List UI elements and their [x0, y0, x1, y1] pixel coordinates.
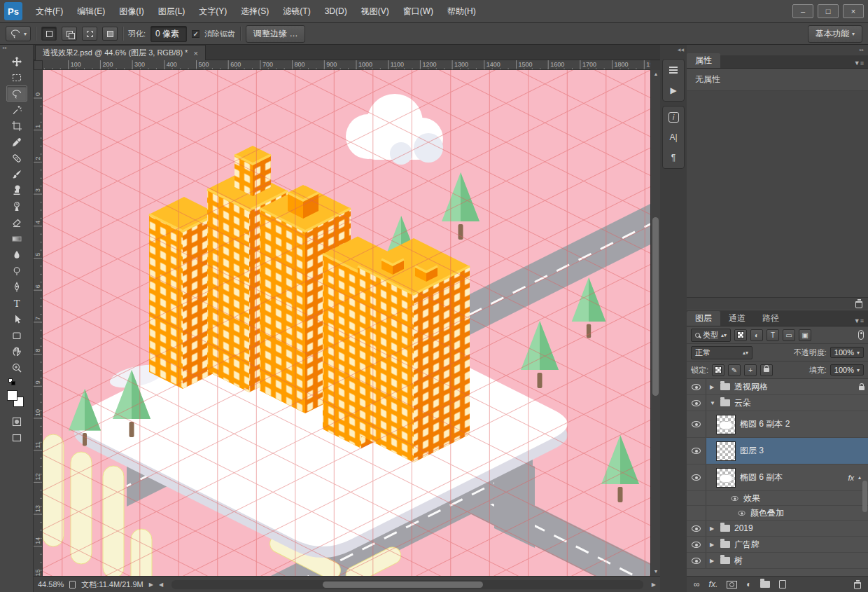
- scroll-down-icon[interactable]: ▼: [651, 567, 661, 576]
- rectangle-tool[interactable]: [6, 327, 27, 343]
- new-layer-icon[interactable]: [779, 580, 786, 588]
- adjustment-layer-icon[interactable]: ◐: [746, 579, 751, 589]
- scroll-up-icon[interactable]: ▲: [651, 70, 661, 78]
- filter-toggle-icon[interactable]: [858, 330, 864, 340]
- gradient-tool[interactable]: [6, 230, 27, 247]
- opacity-select[interactable]: 100% ▾: [830, 347, 864, 358]
- layers-scroll-thumb[interactable]: [862, 481, 867, 512]
- blend-mode-select[interactable]: 正常 ▴▾: [691, 346, 752, 359]
- fill-select[interactable]: 100% ▾: [830, 364, 864, 376]
- panel-menu-icon[interactable]: ▼≡: [850, 60, 868, 68]
- filter-adjustment-layers-icon[interactable]: ◐: [750, 329, 763, 341]
- screen-mode-button[interactable]: [6, 429, 27, 446]
- actions-icon[interactable]: ▶: [664, 82, 682, 99]
- maximize-button[interactable]: □: [818, 4, 839, 18]
- intersect-selection-mode-button[interactable]: [102, 27, 118, 41]
- tab-layers[interactable]: 图层: [687, 311, 720, 326]
- lock-all-icon[interactable]: [760, 364, 773, 376]
- filter-type-layers-icon[interactable]: T: [766, 329, 779, 341]
- expander-icon[interactable]: ▶: [710, 384, 716, 390]
- pen-tool[interactable]: [6, 279, 27, 295]
- antialias-checkbox[interactable]: ✓: [192, 30, 200, 38]
- history-brush-tool[interactable]: [6, 198, 27, 214]
- add-selection-mode-button[interactable]: [62, 27, 77, 41]
- expand-panels-icon[interactable]: ◀◀: [660, 45, 687, 55]
- visibility-toggle[interactable]: [687, 537, 706, 552]
- layer-thumbnail[interactable]: [716, 441, 736, 461]
- feather-input[interactable]: 0 像素: [150, 26, 187, 42]
- tab-close-icon[interactable]: ×: [193, 49, 197, 57]
- status-popup-icon[interactable]: ▶: [149, 581, 153, 588]
- scroll-right-icon[interactable]: ▶: [652, 581, 656, 588]
- minimize-button[interactable]: –: [792, 4, 813, 18]
- visibility-toggle[interactable]: [687, 395, 706, 411]
- expander-icon[interactable]: ▼: [710, 400, 716, 406]
- new-group-icon[interactable]: [760, 581, 770, 588]
- visibility-toggle[interactable]: [687, 464, 706, 490]
- brush-presets-icon[interactable]: [664, 62, 682, 78]
- eyedropper-tool[interactable]: [6, 134, 27, 150]
- type-tool[interactable]: T: [6, 295, 27, 311]
- filter-smart-objects-icon[interactable]: ▣: [799, 329, 811, 341]
- workspace-switcher[interactable]: 基本功能 ▾: [808, 25, 862, 43]
- layer-style-icon[interactable]: fx.: [709, 579, 718, 589]
- character-panel-icon[interactable]: A|: [664, 129, 682, 146]
- filter-shape-layers-icon[interactable]: ▭: [783, 329, 795, 341]
- layer-thumbnail[interactable]: [716, 468, 736, 488]
- spot-healing-brush-tool[interactable]: [6, 150, 27, 166]
- toolbox-collapse-grip[interactable]: ▸▸: [0, 45, 33, 53]
- panel-menu-icon[interactable]: ▼≡: [850, 317, 868, 326]
- refine-edge-button[interactable]: 调整边缘 …: [246, 25, 305, 43]
- path-selection-tool[interactable]: [6, 311, 27, 327]
- effect-row-color-overlay[interactable]: 颜色叠加: [687, 506, 868, 521]
- menu-3d[interactable]: 3D(D): [318, 4, 354, 19]
- document-tab[interactable]: 透视效果2.psd @ 44.6% (图层 3, RGB/8) * ×: [35, 45, 206, 60]
- filter-type-dropdown[interactable]: 类型 ▴▾: [691, 329, 731, 342]
- menu-help[interactable]: 帮助(H): [441, 3, 482, 20]
- delete-layer-icon[interactable]: [854, 582, 861, 589]
- menu-layer[interactable]: 图层(L): [152, 3, 192, 20]
- info-icon[interactable]: i: [664, 109, 682, 125]
- quick-mask-button[interactable]: [6, 413, 27, 429]
- expander-icon[interactable]: ▶: [710, 558, 716, 564]
- layer-row-ellipse-copy-2[interactable]: 椭圆 6 副本 2: [687, 411, 868, 438]
- lasso-tool[interactable]: [6, 85, 27, 102]
- ruler-corner[interactable]: [34, 60, 43, 70]
- layer-row-tree-group[interactable]: ▶ 树: [687, 553, 868, 569]
- visibility-toggle[interactable]: [687, 411, 706, 437]
- link-layers-icon[interactable]: ∞: [694, 579, 700, 589]
- zoom-level-field[interactable]: 44.58%: [38, 580, 64, 588]
- menu-edit[interactable]: 编辑(E): [71, 3, 111, 20]
- rectangular-marquee-tool[interactable]: [6, 69, 27, 85]
- tab-channels[interactable]: 通道: [720, 311, 754, 326]
- menu-select[interactable]: 选择(S): [234, 3, 275, 20]
- layer-row-ellipse-copy[interactable]: 椭圆 6 副本 fx ▴: [687, 464, 868, 491]
- effects-eye-icon[interactable]: [731, 495, 738, 500]
- scroll-left-icon[interactable]: ◀: [159, 581, 163, 588]
- menu-type[interactable]: 文字(Y): [192, 3, 233, 20]
- foreground-color-swatch[interactable]: [7, 390, 18, 401]
- layer-row-2019-group[interactable]: ▶ 2019: [687, 521, 868, 537]
- expander-icon[interactable]: ▶: [710, 542, 716, 548]
- lock-transparency-icon[interactable]: [712, 364, 724, 376]
- zoom-tool[interactable]: [6, 359, 27, 376]
- subtract-selection-mode-button[interactable]: [82, 27, 97, 41]
- fx-collapse-icon[interactable]: ▴: [858, 474, 864, 481]
- paragraph-panel-icon[interactable]: ¶: [664, 149, 682, 166]
- menu-filter[interactable]: 滤镜(T): [276, 3, 316, 20]
- eraser-tool[interactable]: [6, 214, 27, 230]
- tool-preset-picker[interactable]: ▾: [6, 26, 31, 41]
- layer-row-perspective-grid[interactable]: ▶ 透视网格: [687, 379, 868, 395]
- effects-header-row[interactable]: 效果: [687, 491, 868, 506]
- effect-eye-icon[interactable]: [738, 510, 745, 515]
- lock-position-icon[interactable]: +: [744, 364, 757, 376]
- crop-tool[interactable]: [6, 118, 27, 134]
- move-tool[interactable]: [6, 53, 27, 69]
- layer-row-layer-3[interactable]: 图层 3: [687, 438, 868, 464]
- clone-stamp-tool[interactable]: [6, 182, 27, 198]
- tab-properties[interactable]: 属性: [687, 53, 720, 68]
- horizontal-scroll-thumb[interactable]: [323, 581, 483, 588]
- expander-icon[interactable]: ▶: [710, 525, 716, 532]
- tab-paths[interactable]: 路径: [754, 311, 788, 326]
- quick-selection-tool[interactable]: [6, 102, 27, 118]
